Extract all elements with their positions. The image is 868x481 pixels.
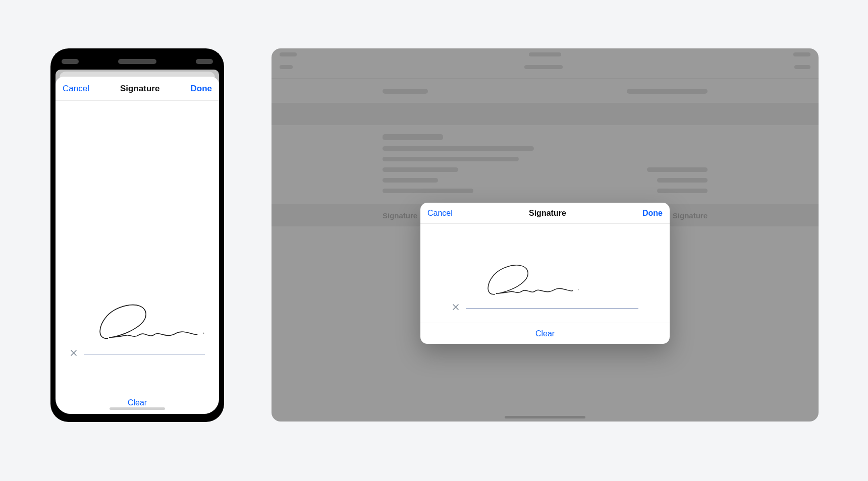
phone-device-frame: Cancel Signature Done Clear: [50, 48, 224, 422]
signature-canvas[interactable]: [56, 101, 219, 391]
done-button[interactable]: Done: [642, 209, 663, 218]
svg-point-0: [203, 333, 204, 334]
toolbar-right-placeholder: [794, 65, 810, 69]
home-indicator: [505, 416, 585, 418]
signature-baseline: [84, 354, 205, 354]
sheet-title: Signature: [120, 84, 159, 94]
tablet-device-frame: Signature Signature Cancel Signature Don…: [272, 48, 819, 422]
content-text-placeholder: [657, 189, 708, 193]
clear-button[interactable]: Clear: [128, 398, 147, 407]
x-mark-icon: [70, 348, 78, 358]
status-indicators-placeholder: [793, 52, 810, 56]
clear-bar: Clear: [420, 323, 670, 344]
modal-title: Signature: [529, 209, 566, 218]
modal-nav-bar: Cancel Signature Done: [420, 203, 670, 224]
status-center-placeholder: [529, 52, 561, 56]
home-indicator: [110, 407, 165, 410]
signature-canvas[interactable]: [420, 224, 670, 323]
phone-screen: Cancel Signature Done Clear: [56, 70, 219, 414]
content-section-strip: [272, 103, 819, 125]
signature-stroke: [92, 300, 208, 350]
signature-modal: Cancel Signature Done Clear: [420, 203, 670, 344]
cancel-button[interactable]: Cancel: [63, 84, 89, 94]
content-text-placeholder: [647, 167, 708, 172]
signature-stroke: [481, 260, 582, 306]
content-header-row: [383, 89, 708, 94]
signature-baseline-row: [70, 348, 205, 354]
status-time-placeholder: [62, 59, 79, 64]
clear-bar: Clear: [56, 391, 219, 414]
signature-label-left: Signature: [383, 211, 417, 220]
toolbar-title-placeholder: [524, 65, 563, 69]
status-time-placeholder: [280, 52, 297, 56]
content-text-placeholder: [383, 146, 534, 151]
dynamic-island: [118, 59, 156, 64]
content-heading-placeholder: [383, 134, 443, 140]
x-mark-icon: [452, 303, 460, 313]
content-value-placeholder: [627, 89, 708, 94]
content-text-placeholder: [383, 189, 473, 193]
status-indicators-placeholder: [196, 59, 213, 64]
toolbar-left-placeholder: [280, 65, 293, 69]
signature-label-right: Signature: [673, 211, 708, 220]
content-text-placeholder: [383, 157, 519, 161]
sheet-nav-bar: Cancel Signature Done: [56, 77, 219, 101]
content-text-placeholder: [383, 167, 458, 172]
tablet-toolbar: [272, 61, 819, 79]
content-text-placeholder: [657, 178, 708, 183]
done-button[interactable]: Done: [190, 84, 212, 94]
signature-sheet: Cancel Signature Done Clear: [56, 77, 219, 414]
signature-baseline: [466, 308, 638, 309]
signature-baseline-row: [452, 303, 638, 309]
svg-point-1: [578, 289, 578, 290]
tablet-status-bar: [272, 48, 819, 61]
cancel-button[interactable]: Cancel: [427, 209, 453, 218]
content-label-placeholder: [383, 89, 428, 94]
phone-status-bar: [56, 53, 219, 70]
content-text-placeholder: [383, 178, 438, 183]
clear-button[interactable]: Clear: [535, 329, 555, 338]
